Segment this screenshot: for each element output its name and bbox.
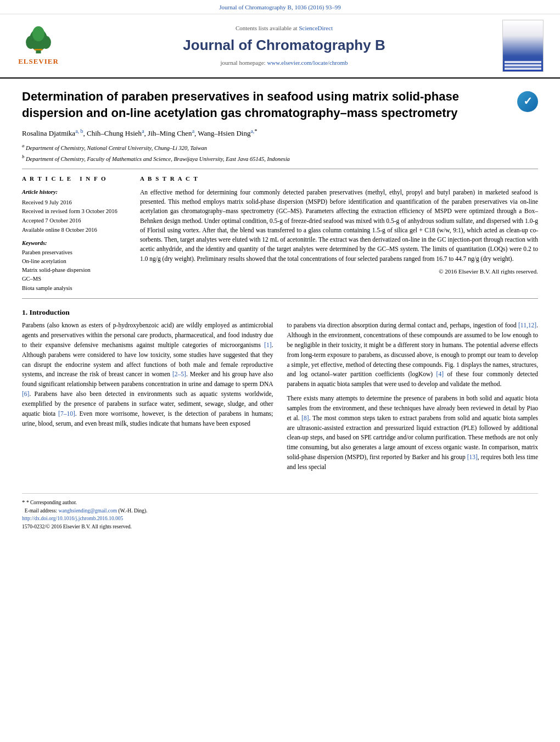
divider-2: [22, 298, 538, 299]
main-content: Determination of paraben preservatives i…: [0, 79, 560, 485]
abstract-heading: A B S T R A C T: [140, 175, 538, 183]
divider-1: [22, 169, 538, 169]
authors-line: Rosalina Djatmikaa, b, Chih–Chung Hsieha…: [22, 127, 538, 139]
journal-title: Journal of Chromatography B: [66, 35, 502, 56]
keyword-1: Paraben preservatives: [22, 248, 129, 256]
keywords-label: Keywords:: [22, 239, 129, 247]
crossmark-icon: ✓: [517, 91, 538, 112]
article-info-abstract-section: A R T I C L E I N F O Article history: R…: [22, 175, 538, 293]
journal-header: ELSEVIER Contents lists available at Sci…: [0, 14, 560, 79]
doi-line: http://dx.doi.org/10.1016/j.jchromb.2016…: [22, 515, 538, 523]
accepted-date: Accepted 7 October 2016: [22, 216, 129, 225]
crossmark-badge[interactable]: ✓: [517, 91, 538, 112]
author-1: Rosalina Djatmika: [22, 130, 75, 138]
journal-homepage: journal homepage: www.elsevier.com/locat…: [66, 59, 502, 68]
page-footer: * * Corresponding author. E-mail address…: [22, 493, 538, 532]
affiliation-a: a Department of Chemistry, National Cent…: [22, 142, 538, 152]
article-info-heading: A R T I C L E I N F O: [22, 175, 129, 183]
introduction-body: Parabens (also known as esters of p-hydr…: [22, 321, 538, 476]
abstract-text: An effective method for determining four…: [140, 188, 538, 276]
author-3: Jih–Ming Chen: [148, 130, 192, 138]
email-line: E-mail address: wanghsiending@gmail.com …: [22, 507, 538, 515]
received-date: Received 9 July 2016: [22, 198, 129, 207]
article-history: Article history: Received 9 July 2016 Re…: [22, 188, 129, 235]
intro-col-right: to parabens via direction absorption dur…: [287, 321, 539, 476]
available-date: Available online 8 October 2016: [22, 226, 129, 235]
introduction-section: 1. Introduction Parabens (also known as …: [22, 307, 538, 477]
corresponding-note: * * Corresponding author.: [22, 498, 538, 507]
abstract-column: A B S T R A C T An effective method for …: [140, 175, 538, 293]
journal-citation: Journal of Chromatography B, 1036 (2016)…: [0, 0, 560, 14]
elsevier-tree-icon: [19, 25, 58, 55]
author-2: Chih–Chung Hsieh: [87, 130, 142, 138]
affiliations: a Department of Chemistry, National Cent…: [22, 142, 538, 163]
history-label: Article history:: [22, 188, 129, 197]
keyword-3: Matrix solid-phase dispersion: [22, 266, 129, 274]
journal-title-area: Contents lists available at ScienceDirec…: [66, 24, 502, 68]
footer-content: * * Corresponding author. E-mail address…: [22, 498, 538, 532]
homepage-url[interactable]: www.elsevier.com/locate/chromb: [267, 59, 348, 66]
keyword-2: On-line acetylation: [22, 257, 129, 265]
article-title: Determination of paraben preservatives i…: [22, 88, 509, 121]
affiliation-b: b Department of Chemistry, Faculty of Ma…: [22, 153, 538, 163]
journal-cover-area: [502, 20, 549, 72]
email-address[interactable]: wanghsiending@gmail.com: [58, 508, 117, 514]
keyword-5: Biota sample analysis: [22, 284, 129, 292]
keyword-4: GC–MS: [22, 275, 129, 283]
intro-col-left: Parabens (also known as esters of p-hydr…: [22, 321, 273, 476]
elsevier-wordmark: ELSEVIER: [18, 57, 59, 67]
sciencedirect-link[interactable]: ScienceDirect: [299, 25, 333, 31]
intro-para-1: Parabens (also known as esters of p-hydr…: [22, 321, 273, 428]
copyright-notice: © 2016 Elsevier B.V. All rights reserved…: [140, 267, 538, 276]
article-info-column: A R T I C L E I N F O Article history: R…: [22, 175, 129, 293]
contents-available-text: Contents lists available at ScienceDirec…: [66, 24, 502, 33]
article-title-section: Determination of paraben preservatives i…: [22, 88, 538, 121]
section1-title: 1. Introduction: [22, 307, 538, 318]
revised-date: Received in revised form 3 October 2016: [22, 207, 129, 216]
intro-para-2: to parabens via direction absorption dur…: [287, 321, 539, 389]
doi-link[interactable]: http://dx.doi.org/10.1016/j.jchromb.2016…: [22, 516, 123, 521]
elsevier-logo-area: ELSEVIER: [11, 25, 66, 67]
svg-rect-5: [35, 49, 43, 51]
intro-para-3: There exists many attempts to determine …: [287, 394, 539, 472]
issn-line: 1570-0232/© 2016 Elsevier B.V. All right…: [22, 523, 538, 531]
journal-cover-image: [502, 20, 544, 72]
author-4: Wang–Hsien Ding: [198, 130, 250, 138]
svg-point-4: [32, 26, 44, 42]
